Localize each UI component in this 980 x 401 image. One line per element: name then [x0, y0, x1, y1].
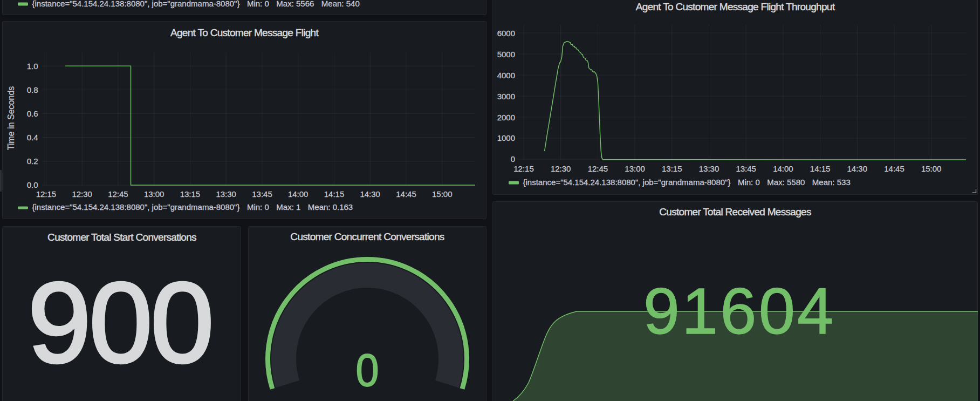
svg-text:15:00: 15:00 [432, 189, 453, 199]
svg-text:14:45: 14:45 [884, 164, 904, 173]
svg-text:1000: 1000 [497, 133, 515, 142]
svg-text:13:45: 13:45 [252, 189, 272, 199]
svg-text:14:15: 14:15 [324, 189, 345, 199]
svg-text:0.4: 0.4 [27, 133, 38, 142]
svg-text:12:45: 12:45 [108, 189, 128, 199]
svg-text:15:00: 15:00 [921, 164, 942, 173]
svg-text:5000: 5000 [497, 50, 515, 59]
svg-text:0: 0 [511, 154, 515, 164]
svg-text:0.6: 0.6 [27, 109, 38, 118]
svg-text:14:00: 14:00 [773, 164, 793, 173]
svg-text:0.0: 0.0 [27, 180, 38, 189]
svg-text:14:30: 14:30 [847, 164, 868, 173]
svg-text:13:00: 13:00 [144, 189, 165, 199]
svg-text:6000: 6000 [497, 29, 515, 38]
svg-text:13:15: 13:15 [180, 189, 201, 199]
svg-text:2000: 2000 [497, 113, 515, 122]
svg-text:14:30: 14:30 [360, 189, 380, 199]
svg-text:0.8: 0.8 [27, 85, 38, 94]
svg-text:12:30: 12:30 [551, 164, 571, 173]
svg-text:14:15: 14:15 [810, 164, 831, 173]
svg-text:0.2: 0.2 [27, 157, 38, 166]
svg-text:12:30: 12:30 [72, 189, 92, 199]
svg-text:14:00: 14:00 [288, 189, 309, 199]
svg-text:13:45: 13:45 [736, 164, 756, 173]
svg-text:13:30: 13:30 [216, 189, 236, 199]
svg-text:12:15: 12:15 [36, 189, 57, 199]
svg-text:13:00: 13:00 [625, 164, 645, 173]
svg-text:3000: 3000 [497, 92, 515, 101]
svg-text:13:30: 13:30 [699, 164, 719, 173]
svg-text:13:15: 13:15 [662, 164, 682, 173]
svg-text:1.0: 1.0 [27, 62, 38, 71]
svg-text:14:45: 14:45 [396, 189, 416, 199]
svg-text:4000: 4000 [497, 71, 515, 80]
svg-text:12:15: 12:15 [513, 164, 534, 173]
svg-text:12:45: 12:45 [588, 164, 608, 173]
svg-text:Time in Seconds: Time in Seconds [6, 86, 16, 151]
